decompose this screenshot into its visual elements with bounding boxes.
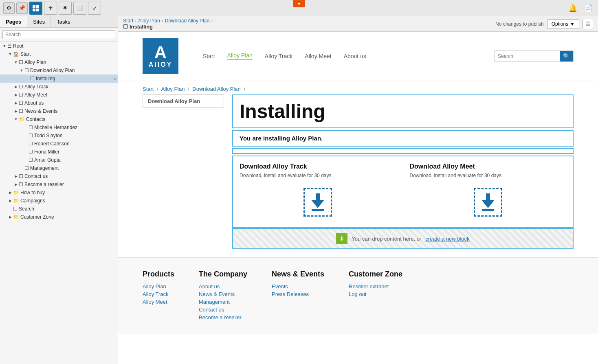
nav-alloy-track[interactable]: Alloy Track — [265, 53, 292, 59]
list-view-button[interactable]: ☰ — [583, 19, 593, 29]
tree-item-about-us[interactable]: ▶ ☐ About us — [0, 99, 118, 107]
sidebar-search-input[interactable] — [2, 30, 115, 39]
download-cards: Download Alloy Track Download, install a… — [232, 156, 574, 228]
toggle-icon: ▶ — [13, 84, 19, 90]
alloy-nav: Start Alloy Plan Alloy Track Alloy Meet … — [203, 52, 478, 60]
nav-alloy-plan[interactable]: Alloy Plan — [227, 52, 253, 60]
tree-label: Search — [19, 206, 116, 212]
bc-sep: / — [157, 86, 158, 92]
subtitle-block[interactable]: You are installing Alloy Plan. — [232, 130, 574, 147]
drop-zone[interactable]: ⬇ You can drop content here, or create a… — [232, 228, 574, 249]
collapse-btn[interactable]: ▼ — [293, 0, 305, 7]
download-card-meet[interactable]: Download Alloy Meet Download, install an… — [403, 156, 573, 227]
options-chevron-icon: ▼ — [570, 21, 575, 27]
tree-item-how-to-buy[interactable]: ▶ 📁 How to buy — [0, 189, 118, 197]
tree-item-start[interactable]: ▼ 🏠 Start — [0, 50, 118, 58]
download-icon-meet[interactable] — [474, 188, 502, 217]
sidebar-download-link[interactable]: Download Alloy Plan — [143, 94, 224, 108]
page-icon: ☐ — [29, 125, 33, 130]
tab-tasks[interactable]: Tasks — [51, 16, 76, 27]
options-label: Options — [552, 21, 568, 27]
download-icon-wrapper — [240, 184, 396, 221]
tree-item-search[interactable]: ☐ Search — [0, 205, 118, 213]
cms-logo-button[interactable] — [29, 2, 42, 15]
tree-item-amar[interactable]: ☐ Amar Gupta — [0, 156, 118, 164]
tree-item-root[interactable]: ▼ ☰ Root — [0, 42, 118, 50]
gear-button[interactable]: ⚙ — [3, 2, 15, 14]
page-icon: ☐ — [24, 165, 29, 171]
tree-item-todd[interactable]: ☐ Todd Slayton — [0, 132, 118, 140]
tree-item-fiona[interactable]: ☐ Fiona Miller — [0, 148, 118, 156]
tab-sites[interactable]: Sites — [27, 16, 51, 27]
breadcrumb-sep1: › — [135, 18, 136, 24]
toggle-icon — [24, 76, 30, 81]
tab-pages[interactable]: Pages — [0, 16, 27, 27]
footer-link[interactable]: Alloy Plan — [143, 283, 174, 289]
layout-button[interactable]: ⬜ — [73, 2, 86, 15]
breadcrumb-sep2: › — [162, 18, 163, 24]
tree-item-robert[interactable]: ☐ Robert Carlsson — [0, 140, 118, 148]
breadcrumb-path: Start › Alloy Plan › Download Alloy Plan… — [123, 18, 213, 24]
footer-link[interactable]: Contact us — [199, 307, 247, 313]
toggle-icon: ▶ — [13, 182, 19, 187]
tree-item-management[interactable]: ☐ Management — [0, 164, 118, 172]
nav-start[interactable]: Start — [203, 53, 215, 59]
tree-item-campaigns[interactable]: ▶ 📁 Campaigns — [0, 197, 118, 205]
breadcrumb-download[interactable]: Download Alloy Plan — [165, 18, 209, 24]
breadcrumb-alloy-plan[interactable]: Alloy Plan — [138, 18, 160, 24]
alloy-search-input[interactable] — [495, 52, 560, 61]
page-breadcrumb-alloy-plan[interactable]: Alloy Plan — [161, 86, 185, 92]
footer-col-products: Products Alloy Plan Alloy Track Alloy Me… — [143, 270, 174, 322]
footer-link[interactable]: Reseller extranet — [349, 283, 402, 289]
footer-link[interactable]: News & Events — [199, 291, 247, 297]
tree-item-actions[interactable]: ≡ — [114, 77, 116, 81]
tree-item-contact-us[interactable]: ▶ ☐ Contact us — [0, 172, 118, 180]
page-icon: ☐ — [29, 133, 33, 138]
empty-block[interactable] — [232, 148, 574, 154]
tree-item-alloy-track[interactable]: ▶ ☐ Alloy Track — [0, 83, 118, 91]
footer-link[interactable]: Management — [199, 299, 247, 305]
footer-link[interactable]: Events — [272, 283, 324, 289]
title-block[interactable]: Installing — [232, 94, 574, 128]
options-button[interactable]: Options ▼ — [547, 19, 579, 29]
add-button[interactable]: + — [44, 2, 57, 15]
tree-item-michelle[interactable]: ☐ Michelle Hernandez — [0, 123, 118, 132]
tree-item-alloy-plan[interactable]: ▼ ☐ Alloy Plan — [0, 58, 118, 66]
toggle-icon — [23, 157, 29, 163]
page-breadcrumb-download[interactable]: Download Alloy Plan — [192, 86, 241, 92]
card-title: Download Alloy Track — [240, 163, 396, 170]
breadcrumb-current: ☐ Installing — [123, 24, 213, 30]
footer-link[interactable]: Alloy Track — [143, 291, 174, 297]
expand-button[interactable]: ⤢ — [88, 2, 101, 15]
toggle-icon — [23, 141, 29, 147]
pages-button[interactable]: 📄 — [582, 2, 595, 15]
alloy-search-button[interactable]: 🔍 — [560, 51, 573, 61]
download-card-track[interactable]: Download Alloy Track Download, install a… — [233, 156, 403, 227]
footer-link[interactable]: Press Releases — [272, 291, 324, 297]
pin-button[interactable]: 📌 — [16, 2, 28, 14]
tree-label: Todd Slayton — [34, 133, 116, 138]
tree-item-customer-zone[interactable]: ▶ 📁 Customer Zone — [0, 213, 118, 221]
toggle-icon: ▼ — [19, 68, 24, 73]
tree-label: Customer Zone — [20, 214, 116, 220]
tree-item-alloy-meet[interactable]: ▶ ☐ Alloy Meet — [0, 91, 118, 99]
tree-item-news-events[interactable]: ▶ ☐ News & Events — [0, 107, 118, 115]
breadcrumb-right: No changes to publish Options ▼ ☰ — [495, 19, 593, 29]
footer-link[interactable]: Alloy Meet — [143, 299, 174, 305]
nav-about-us[interactable]: About us — [344, 53, 366, 59]
footer-link[interactable]: About us — [199, 283, 247, 289]
page-breadcrumb-start[interactable]: Start — [143, 86, 154, 92]
download-icon-track[interactable] — [303, 188, 332, 217]
footer-link[interactable]: Become a reseller — [199, 314, 247, 320]
tree-item-reseller[interactable]: ▶ ☐ Become a reseller — [0, 180, 118, 189]
nav-alloy-meet[interactable]: Alloy Meet — [305, 53, 331, 59]
tree-item-download-alloy-plan[interactable]: ▼ ☐ Download Alloy Plan — [0, 66, 118, 75]
page-icon: ☐ — [29, 141, 33, 147]
breadcrumb-start[interactable]: Start — [123, 18, 133, 24]
tree-item-installing[interactable]: ☐ Installing ≡ — [0, 75, 118, 83]
preview-button[interactable]: 👁 — [59, 2, 72, 15]
tree-item-contacts[interactable]: ▼ 📁 Contacts — [0, 115, 118, 123]
create-block-link[interactable]: create a new block — [425, 236, 469, 242]
footer-link[interactable]: Log out — [349, 291, 402, 297]
notification-button[interactable]: 🔔 — [566, 2, 579, 15]
